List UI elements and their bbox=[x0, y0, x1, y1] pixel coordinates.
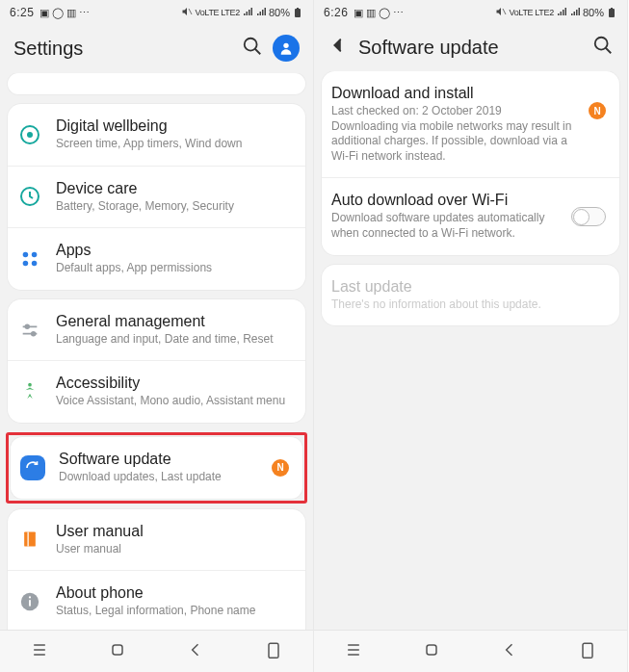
row-digital-wellbeing[interactable]: Digital wellbeing Screen time, App timer… bbox=[8, 104, 305, 166]
chevron-left-icon bbox=[328, 35, 349, 56]
row-subtitle: There's no information about this update… bbox=[331, 297, 606, 313]
notification-icon: ▣ bbox=[39, 7, 49, 19]
recents-button[interactable] bbox=[344, 640, 363, 663]
row-title: Device care bbox=[56, 180, 292, 197]
notification-icon-more: ⋯ bbox=[393, 7, 404, 19]
home-button[interactable] bbox=[422, 640, 441, 663]
about-phone-icon bbox=[17, 589, 42, 614]
svg-rect-2 bbox=[297, 8, 299, 9]
search-button[interactable] bbox=[592, 35, 614, 60]
row-title: Download and install bbox=[331, 85, 575, 102]
keyboard-button[interactable] bbox=[264, 640, 283, 663]
row-subtitle: Default apps, App permissions bbox=[56, 261, 292, 276]
signal-icon bbox=[569, 6, 581, 19]
row-title: Apps bbox=[56, 242, 292, 259]
back-button[interactable] bbox=[328, 35, 349, 60]
row-title: Software update bbox=[59, 451, 258, 468]
svg-rect-27 bbox=[269, 643, 278, 658]
partial-card bbox=[8, 73, 305, 94]
volte-indicator: VoLTE bbox=[509, 9, 533, 16]
digital-wellbeing-icon bbox=[17, 122, 42, 147]
status-time: 6:26 bbox=[324, 6, 348, 19]
svg-point-22 bbox=[29, 596, 31, 598]
notification-icon: ◯ bbox=[379, 7, 390, 19]
auto-download-toggle[interactable] bbox=[571, 207, 606, 226]
svg-rect-36 bbox=[427, 645, 436, 655]
row-about-phone[interactable]: About phone Status, Legal information, P… bbox=[8, 570, 305, 630]
notification-icon: ▥ bbox=[66, 7, 76, 19]
svg-point-31 bbox=[595, 38, 608, 50]
notification-icon: ▥ bbox=[366, 7, 376, 19]
signal-icon bbox=[242, 6, 253, 19]
svg-point-9 bbox=[23, 252, 29, 258]
row-subtitle: Download updates, Last update bbox=[59, 470, 258, 485]
svg-rect-1 bbox=[295, 9, 301, 17]
software-update-icon bbox=[20, 455, 45, 480]
search-button[interactable] bbox=[242, 36, 263, 61]
sliders-icon bbox=[17, 318, 42, 343]
volte-indicator: VoLTE bbox=[195, 9, 219, 16]
svg-rect-18 bbox=[24, 532, 36, 547]
signal-icon bbox=[556, 6, 567, 19]
settings-header: Settings bbox=[0, 25, 313, 73]
status-bar: 6:25 ▣ ◯ ▥ ⋯ VoLTE LTE2 80% bbox=[0, 0, 313, 25]
notification-icon: ▣ bbox=[354, 7, 363, 19]
row-title: Digital wellbeing bbox=[56, 117, 292, 135]
recents-button[interactable] bbox=[30, 640, 49, 663]
lte-indicator: LTE2 bbox=[221, 9, 240, 16]
keyboard-button[interactable] bbox=[578, 640, 597, 663]
mute-icon bbox=[181, 6, 193, 19]
battery-indicator: 80% bbox=[269, 7, 303, 18]
status-bar: 6:26 ▣ ▥ ◯ ⋯ VoLTE LTE2 80% bbox=[314, 0, 627, 25]
row-subtitle: Screen time, App timers, Wind down bbox=[56, 137, 292, 152]
row-software-update[interactable]: Software update Download updates, Last u… bbox=[11, 437, 302, 499]
software-update-screen: 6:26 ▣ ▥ ◯ ⋯ VoLTE LTE2 80% bbox=[314, 0, 628, 672]
status-time: 6:25 bbox=[10, 6, 34, 19]
svg-line-0 bbox=[189, 9, 192, 14]
account-avatar[interactable] bbox=[273, 35, 300, 62]
row-title: About phone bbox=[56, 584, 292, 602]
notification-badge: N bbox=[272, 459, 289, 477]
page-title: Settings bbox=[13, 38, 83, 60]
highlight-box: Software update Download updates, Last u… bbox=[6, 432, 307, 504]
svg-point-11 bbox=[23, 261, 29, 267]
notification-icon-more: ⋯ bbox=[79, 7, 90, 19]
settings-list[interactable]: Digital wellbeing Screen time, App timer… bbox=[0, 73, 313, 630]
row-download-install[interactable]: Download and install Last checked on: 2 … bbox=[322, 71, 619, 177]
svg-point-12 bbox=[32, 261, 38, 267]
svg-rect-19 bbox=[28, 532, 29, 547]
svg-rect-30 bbox=[611, 8, 613, 9]
person-icon bbox=[278, 40, 294, 56]
settings-screen: 6:25 ▣ ◯ ▥ ⋯ VoLTE LTE2 80% Setti bbox=[0, 0, 314, 672]
row-user-manual[interactable]: User manual User manual bbox=[8, 509, 305, 571]
row-subtitle: Last checked on: 2 October 2019 Download… bbox=[331, 104, 575, 164]
battery-indicator: 80% bbox=[583, 7, 617, 18]
row-title: Accessibility bbox=[56, 375, 292, 392]
row-auto-download[interactable]: Auto download over Wi-Fi Download softwa… bbox=[322, 177, 619, 254]
svg-point-16 bbox=[32, 331, 36, 335]
signal-icon bbox=[255, 6, 267, 19]
home-button[interactable] bbox=[108, 640, 127, 663]
mute-icon bbox=[495, 6, 507, 19]
device-care-icon bbox=[17, 184, 42, 209]
svg-line-28 bbox=[503, 9, 506, 14]
search-icon bbox=[242, 36, 263, 57]
svg-point-17 bbox=[28, 383, 32, 387]
back-button[interactable] bbox=[186, 640, 205, 663]
row-apps[interactable]: Apps Default apps, App permissions bbox=[8, 227, 305, 290]
page-title: Software update bbox=[358, 37, 499, 59]
row-subtitle: Status, Legal information, Phone name bbox=[56, 604, 292, 619]
svg-point-10 bbox=[32, 252, 38, 258]
back-button[interactable] bbox=[500, 640, 519, 663]
accessibility-icon bbox=[17, 379, 42, 404]
row-title: General management bbox=[56, 313, 292, 330]
row-device-care[interactable]: Device care Battery, Storage, Memory, Se… bbox=[8, 166, 305, 228]
update-list[interactable]: Download and install Last checked on: 2 … bbox=[314, 71, 627, 630]
row-subtitle: Download software updates automatically … bbox=[331, 211, 558, 241]
row-general-management[interactable]: General management Language and input, D… bbox=[8, 299, 305, 361]
row-accessibility[interactable]: Accessibility Voice Assistant, Mono audi… bbox=[8, 360, 305, 423]
svg-line-4 bbox=[255, 49, 261, 55]
user-manual-icon bbox=[17, 527, 42, 552]
row-subtitle: Voice Assistant, Mono audio, Assistant m… bbox=[56, 394, 292, 409]
row-subtitle: Battery, Storage, Memory, Security bbox=[56, 199, 292, 215]
